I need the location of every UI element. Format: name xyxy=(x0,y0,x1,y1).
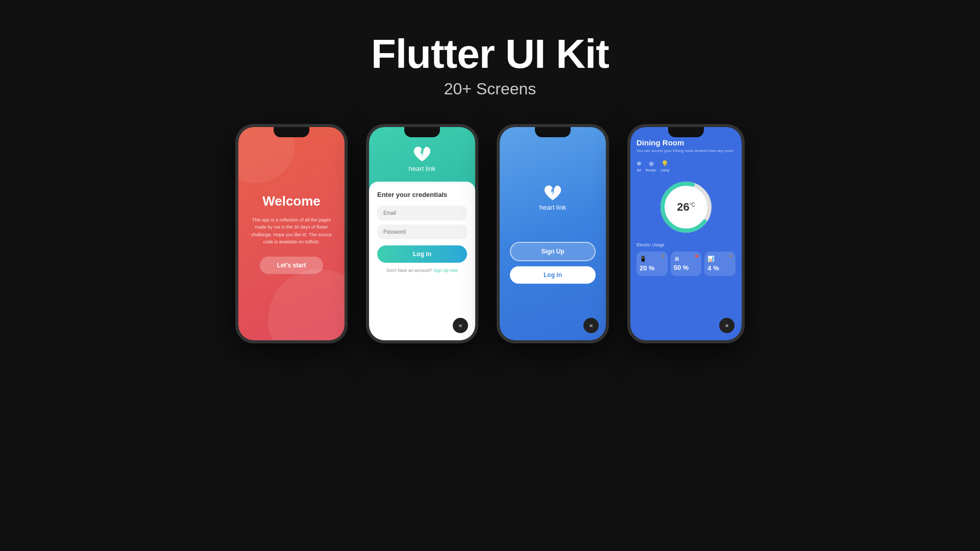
phone-notch-1 xyxy=(274,127,309,137)
lamp-label: Lamp xyxy=(660,168,670,172)
usage-percent-tv: 50 % xyxy=(674,264,689,271)
app-name-login: heart link xyxy=(409,165,436,172)
signup-button[interactable]: Sign Up xyxy=(510,242,596,261)
usage-percent-other: 4 % xyxy=(707,264,719,272)
login-button-signup-screen[interactable]: Log in xyxy=(510,266,596,284)
app-name-bold: heart xyxy=(409,165,424,172)
phone-notch-2 xyxy=(404,127,440,137)
nav-arrow-smarthome[interactable]: « xyxy=(719,318,734,333)
phone-signup: heart link Sign Up Log in « xyxy=(497,124,609,343)
temperature-display: 26°C xyxy=(636,179,736,235)
phone-notch-3 xyxy=(535,127,571,137)
usage-dot-tv xyxy=(695,255,698,258)
usage-dot-other xyxy=(729,255,732,258)
usage-card-tv: 🖥 50 % xyxy=(671,252,702,276)
usage-card-ac: 📱 20 % xyxy=(636,252,668,276)
logo-area-login: heart link xyxy=(409,145,436,172)
app-name-signup: heart link xyxy=(540,204,567,211)
electric-usage-label: Electric Usage xyxy=(636,242,736,247)
temp-number: 26 xyxy=(677,201,689,213)
login-card-title: Enter your credentials xyxy=(377,191,467,198)
welcome-title: Welcome xyxy=(262,193,321,209)
devices-row: ❄ Air ⊕ Router 💡 Lamp xyxy=(636,160,736,172)
password-input[interactable] xyxy=(377,224,467,239)
page-header: Flutter UI Kit 20+ Screens xyxy=(371,31,609,98)
signup-hint: Don't have an account? Sign Up now xyxy=(377,268,467,273)
temp-ring: 26°C xyxy=(658,179,714,235)
usage-percent-ac: 20 % xyxy=(640,264,655,272)
phone-screen-login: heart link Enter your credentials Log in… xyxy=(369,127,475,340)
app-name-bold-signup: heart xyxy=(540,204,555,211)
usage-row: 📱 20 % 🖥 50 % 📊 4 % xyxy=(636,252,736,276)
heart-icon-login xyxy=(413,145,431,163)
usage-dot-ac xyxy=(662,255,665,258)
device-router: ⊕ Router xyxy=(646,160,656,172)
phone-screen-smarthome: Dining Room You can access your Dining r… xyxy=(630,127,742,340)
signup-link[interactable]: Sign Up now xyxy=(433,268,458,273)
login-button[interactable]: Log in xyxy=(377,245,467,263)
phone-screen-signup: heart link Sign Up Log in « xyxy=(500,127,606,340)
tv-icon: 🖥 xyxy=(674,256,679,262)
air-icon: ❄ xyxy=(636,160,642,167)
app-name-light-signup: link xyxy=(554,204,566,211)
router-label: Router xyxy=(646,168,656,172)
room-desc: You can access your Dining room devices … xyxy=(636,148,736,154)
device-air: ❄ Air xyxy=(636,160,642,172)
page-title: Flutter UI Kit xyxy=(371,31,609,78)
temperature-value: 26°C xyxy=(677,201,695,214)
other-icon: 📊 xyxy=(707,256,715,262)
signup-hint-text: Don't have an account? xyxy=(386,268,432,273)
deco-circle-bottom xyxy=(268,269,345,340)
phone-screen-welcome: Welcome This app is a collection of all … xyxy=(238,127,345,340)
room-title: Dining Room xyxy=(636,138,736,147)
phones-container: Welcome This app is a collection of all … xyxy=(235,124,745,343)
temp-unit: °C xyxy=(690,202,695,207)
login-card: Enter your credentials Log in Don't have… xyxy=(369,182,475,340)
phone-notch-4 xyxy=(668,127,704,137)
page-subtitle: 20+ Screens xyxy=(371,80,609,98)
router-icon: ⊕ xyxy=(649,160,654,167)
phone-smarthome: Dining Room You can access your Dining r… xyxy=(627,124,745,343)
email-input[interactable] xyxy=(377,206,467,220)
phone-welcome: Welcome This app is a collection of all … xyxy=(235,124,348,343)
usage-card-other: 📊 4 % xyxy=(704,252,736,276)
lamp-icon: 💡 xyxy=(661,160,669,167)
app-name-light: link xyxy=(424,165,435,172)
nav-arrow-login[interactable]: « xyxy=(453,318,468,333)
ac-icon: 📱 xyxy=(640,256,647,262)
heart-icon-signup xyxy=(544,184,562,202)
air-label: Air xyxy=(637,168,642,172)
phone-login: heart link Enter your credentials Log in… xyxy=(366,124,478,343)
device-lamp: 💡 Lamp xyxy=(660,160,670,172)
logo-area-signup: heart link xyxy=(540,184,567,211)
welcome-desc: This app is a collection of all the page… xyxy=(249,216,334,246)
nav-arrow-signup[interactable]: « xyxy=(583,318,599,333)
